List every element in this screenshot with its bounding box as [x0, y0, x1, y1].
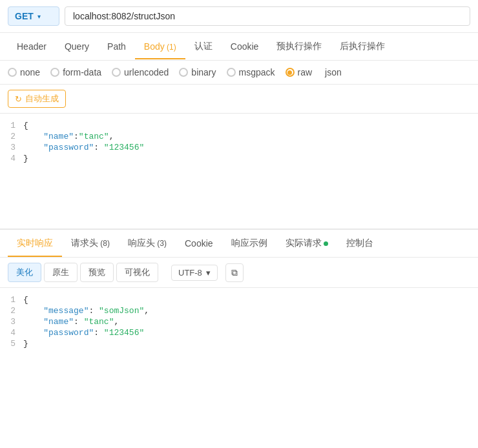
tab-body-badge: (1): [165, 43, 176, 52]
req-val-name: "tanc": [79, 132, 109, 141]
req-line-1: 1 {: [0, 120, 478, 131]
option-binary[interactable]: binary: [179, 67, 216, 77]
method-selector[interactable]: GET ▾: [8, 6, 59, 26]
option-msgpack-label: msgpack: [239, 67, 275, 77]
option-raw-label: raw: [298, 67, 313, 77]
resp-brace-open: {: [23, 295, 478, 305]
rtab-realtime-label: 实时响应: [17, 238, 53, 248]
tab-post-action-label: 后执行操作: [340, 41, 385, 51]
tab-auth[interactable]: 认证: [185, 33, 222, 60]
req-line-4: 4 }: [0, 153, 478, 164]
resp-line-2: 2 "message": "somJson",: [0, 305, 478, 316]
resp-key-name: "name": [43, 317, 74, 327]
option-none-label: none: [20, 67, 40, 77]
encoding-selector[interactable]: UTF-8 ▾: [171, 265, 218, 281]
auto-gen-bar: ↻ 自动生成: [0, 85, 478, 114]
json-type-label: json: [325, 67, 342, 77]
radio-none-icon: [8, 68, 17, 77]
copy-icon: ⧉: [231, 267, 238, 278]
request-tabs: Header Query Path Body (1) 认证 Cookie 预执行…: [0, 33, 478, 61]
tab-header[interactable]: Header: [8, 34, 56, 59]
resp-linenum-1: 1: [0, 295, 23, 305]
resp-val-name: "tanc": [84, 317, 114, 327]
req-key-name: "name": [43, 132, 74, 141]
tab-body[interactable]: Body (1): [135, 34, 185, 59]
rtab-reqheaders-badge: (8): [98, 239, 110, 248]
tab-body-label: Body: [144, 41, 165, 52]
req-linenum-4: 4: [0, 154, 23, 163]
tab-post-action[interactable]: 后执行操作: [331, 33, 394, 60]
response-section: 实时响应 请求头 (8) 响应头 (3) Cookie 响应示例 实际请求 控制…: [0, 230, 478, 378]
rtab-request-headers[interactable]: 请求头 (8): [62, 230, 119, 257]
resp-brace-close: }: [23, 339, 478, 349]
tab-cookie[interactable]: Cookie: [222, 34, 268, 59]
visualize-button[interactable]: 可视化: [116, 263, 158, 282]
beautify-button[interactable]: 美化: [8, 263, 41, 282]
rtab-realtime[interactable]: 实时响应: [8, 230, 62, 257]
tab-header-label: Header: [17, 41, 47, 52]
auto-gen-label: 自动生成: [25, 93, 59, 105]
option-none[interactable]: none: [8, 67, 40, 77]
url-input[interactable]: [65, 6, 470, 26]
tab-pre-action[interactable]: 预执行操作: [267, 33, 331, 60]
method-label: GET: [15, 11, 34, 21]
copy-button[interactable]: ⧉: [225, 263, 244, 282]
req-linenum-2: 2: [0, 132, 23, 141]
preview-button[interactable]: 预览: [80, 263, 114, 282]
rtab-actual-request[interactable]: 实际请求: [276, 230, 337, 257]
rtab-console[interactable]: 控制台: [337, 230, 382, 257]
req-val-password: "123456": [104, 143, 144, 152]
rtab-console-label: 控制台: [346, 238, 373, 248]
option-binary-label: binary: [191, 67, 216, 77]
resp-linenum-4: 4: [0, 328, 23, 338]
resp-linenum-3: 3: [0, 317, 23, 327]
option-form-data[interactable]: form-data: [50, 67, 101, 77]
resp-key-password: "password": [43, 328, 94, 338]
refresh-icon: ↻: [15, 94, 22, 104]
resp-line-3: 3 "name": "tanc",: [0, 316, 478, 327]
req-line2-content: "name":"tanc",: [23, 132, 478, 141]
req-linenum-3: 3: [0, 143, 23, 152]
body-options: none form-data urlencoded binary msgpack…: [0, 61, 478, 85]
option-urlencoded[interactable]: urlencoded: [112, 67, 169, 77]
req-key-password: "password": [43, 143, 94, 152]
tab-auth-label: 认证: [194, 41, 213, 51]
resp-line2-content: "message": "somJson",: [23, 306, 478, 316]
rtab-respheaders-badge: (3): [155, 239, 167, 248]
rtab-cookie-label: Cookie: [185, 238, 213, 249]
option-urlencoded-label: urlencoded: [124, 67, 169, 77]
resp-line4-content: "password": "123456": [23, 328, 478, 338]
option-raw[interactable]: raw: [286, 67, 313, 77]
rtab-example-label: 响应示例: [231, 238, 267, 248]
rtab-response-example[interactable]: 响应示例: [222, 230, 276, 257]
rtab-actual-label: 实际请求: [286, 238, 322, 248]
tab-path[interactable]: Path: [98, 34, 135, 59]
resp-val-message: "somJson": [99, 306, 144, 316]
raw-button[interactable]: 原生: [44, 263, 78, 282]
resp-linenum-2: 2: [0, 306, 23, 316]
resp-val-password: "123456": [104, 328, 144, 338]
option-msgpack[interactable]: msgpack: [227, 67, 275, 77]
resp-line-1: 1 {: [0, 294, 478, 305]
option-form-data-label: form-data: [63, 67, 101, 77]
auto-gen-button[interactable]: ↻ 自动生成: [8, 90, 66, 108]
tab-path-label: Path: [107, 41, 126, 52]
req-line-3: 3 "password": "123456": [0, 142, 478, 153]
radio-msgpack-icon: [227, 68, 236, 77]
req-linenum-1: 1: [0, 121, 23, 130]
tab-cookie-label: Cookie: [231, 41, 259, 52]
response-code-area[interactable]: 1 { 2 "message": "somJson", 3 "name": "t…: [0, 288, 478, 378]
tab-query-label: Query: [65, 41, 89, 52]
req-line3-content: "password": "123456": [23, 143, 478, 152]
active-dot-icon: [324, 241, 328, 246]
rtab-respheaders-label: 响应头: [128, 238, 155, 248]
resp-linenum-5: 5: [0, 339, 23, 349]
resp-key-message: "message": [43, 306, 88, 316]
request-code-editor[interactable]: 1 { 2 "name":"tanc", 3 "password": "1234…: [0, 114, 478, 230]
rtab-cookie[interactable]: Cookie: [176, 230, 222, 256]
response-toolbar: 美化 原生 预览 可视化 UTF-8 ▾ ⧉: [0, 258, 478, 288]
tab-query[interactable]: Query: [56, 34, 98, 59]
resp-line-5: 5 }: [0, 338, 478, 349]
rtab-response-headers[interactable]: 响应头 (3): [119, 230, 176, 257]
resp-line-4: 4 "password": "123456": [0, 327, 478, 338]
